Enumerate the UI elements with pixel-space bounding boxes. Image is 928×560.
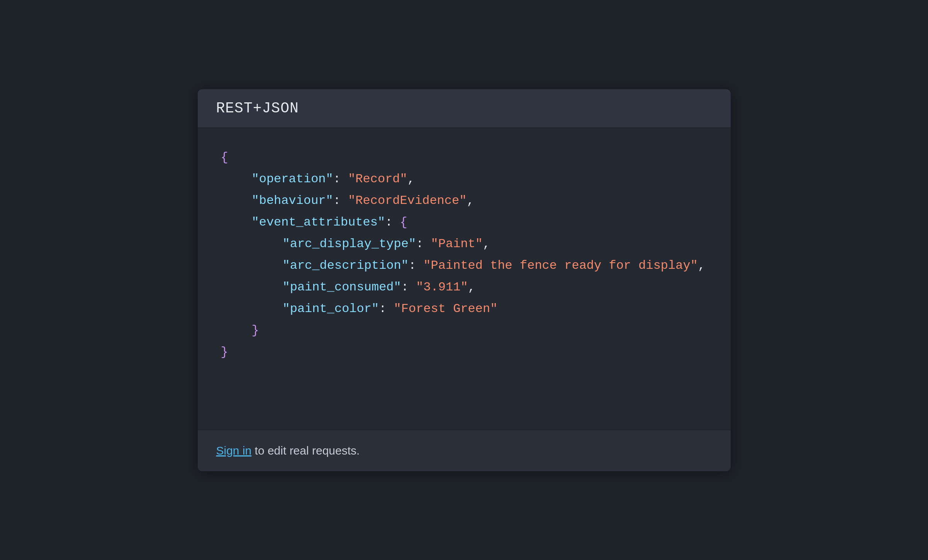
paint-consumed-line: "paint_consumed": "3.911",	[221, 277, 707, 298]
arc-display-type-line: "arc_display_type": "Paint",	[221, 233, 707, 255]
behaviour-key: "behaviour"	[252, 193, 333, 208]
arc-display-type-key: "arc_display_type"	[283, 237, 416, 251]
open-brace-line: {	[221, 147, 707, 168]
close-brace: }	[221, 345, 228, 359]
behaviour-value: "RecordEvidence"	[348, 193, 467, 208]
card-footer: Sign in to edit real requests.	[198, 429, 731, 471]
event-attributes-open-brace: {	[400, 215, 407, 229]
nested-close-brace: }	[252, 323, 259, 338]
footer-suffix: to edit real requests.	[251, 444, 360, 457]
paint-color-value: "Forest Green"	[394, 302, 498, 316]
paint-color-line: "paint_color": "Forest Green"	[221, 298, 707, 320]
arc-description-line: "arc_description": "Painted the fence re…	[221, 255, 707, 277]
nested-close-brace-line: }	[221, 320, 707, 341]
behaviour-line: "behaviour": "RecordEvidence",	[221, 190, 707, 212]
arc-description-key: "arc_description"	[283, 258, 409, 273]
sign-in-link[interactable]: Sign in	[216, 444, 252, 457]
arc-display-type-value: "Paint"	[431, 237, 483, 251]
card-title: REST+JSON	[216, 100, 299, 117]
event-attributes-line: "event_attributes": {	[221, 212, 707, 233]
operation-line: "operation": "Record",	[221, 168, 707, 190]
paint-consumed-key: "paint_consumed"	[283, 280, 401, 294]
code-block: { "operation": "Record", "behaviour": "R…	[221, 147, 707, 363]
operation-key: "operation"	[252, 172, 333, 186]
paint-consumed-value: "3.911"	[416, 280, 468, 294]
footer-text: Sign in to edit real requests.	[216, 444, 360, 457]
paint-color-key: "paint_color"	[283, 302, 379, 316]
event-attributes-key: "event_attributes"	[252, 215, 385, 229]
operation-value: "Record"	[348, 172, 407, 186]
card-header: REST+JSON	[198, 89, 731, 128]
close-brace-line: }	[221, 341, 707, 363]
rest-json-card: REST+JSON { "operation": "Record", "beha…	[198, 89, 731, 471]
arc-description-value: "Painted the fence ready for display"	[423, 258, 698, 273]
card-body: { "operation": "Record", "behaviour": "R…	[198, 128, 731, 429]
open-brace: {	[221, 150, 228, 165]
